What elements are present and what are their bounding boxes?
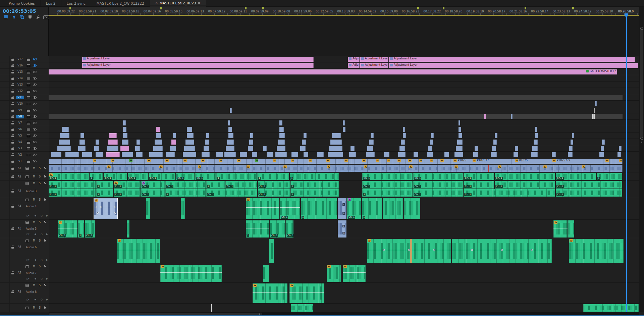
sequence-tab-master-eps-2-cw-012222[interactable]: MASTER Eps 2_CW 012222	[91, 0, 150, 6]
audio-clip[interactable]: Ch. 1	[464, 173, 494, 180]
video-clip[interactable]	[493, 140, 497, 145]
video-clip[interactable]	[149, 152, 163, 157]
track-name-v15[interactable]: V15	[16, 70, 24, 74]
audio-clip[interactable]	[146, 198, 150, 219]
source-patch-icon[interactable]	[27, 58, 30, 61]
toggle-track-output-eye-icon[interactable]	[33, 128, 37, 130]
track-lock-icon[interactable]	[11, 77, 14, 80]
nested-sequence-insert-icon[interactable]	[3, 15, 8, 19]
keyframe-line[interactable]	[95, 207, 117, 207]
fx-badge[interactable]: fx	[159, 165, 163, 168]
mute-button[interactable]: M	[33, 284, 35, 287]
track-lock-icon[interactable]	[11, 70, 14, 73]
video-clip[interactable]	[187, 133, 194, 138]
previous-keyframe-button[interactable]: ◀	[34, 277, 36, 280]
voiceover-record-mic-icon[interactable]	[44, 306, 46, 309]
video-clip[interactable]	[454, 152, 463, 157]
audio-clip[interactable]: 1	[216, 173, 257, 180]
audio-clip[interactable]: 1	[206, 181, 225, 189]
track-lock-icon[interactable]	[11, 167, 14, 170]
voiceover-record-mic-icon[interactable]	[44, 175, 46, 178]
fx-badge[interactable]: fx	[111, 159, 114, 162]
video-clip[interactable]	[185, 140, 194, 145]
video-clip[interactable]	[401, 140, 405, 145]
track-name-v5[interactable]: V5	[16, 134, 24, 138]
video-clip[interactable]	[343, 127, 345, 132]
fx-badge[interactable]: fx	[147, 159, 151, 162]
vertical-scroll-handle-top[interactable]	[640, 27, 643, 30]
adjustment-layer-clip[interactable]	[484, 114, 486, 119]
video-clip[interactable]	[206, 133, 209, 138]
audio-clip[interactable]: Ch. 1	[195, 173, 216, 180]
video-clip[interactable]	[514, 152, 518, 157]
track-lock-icon[interactable]	[11, 90, 14, 93]
next-keyframe-button[interactable]: ▶	[46, 233, 48, 236]
video-clip[interactable]	[427, 152, 433, 157]
add-marker-icon[interactable]	[28, 15, 33, 19]
audio-clip[interactable]: Ch. 1	[362, 173, 413, 180]
video-clip[interactable]	[367, 146, 373, 151]
audio-clip[interactable]	[127, 220, 129, 238]
video-clip[interactable]	[329, 146, 342, 151]
audio-clip[interactable]	[583, 304, 639, 312]
track-name-v11[interactable]: V11	[16, 96, 24, 99]
audio-clip[interactable]: Ch. 1	[176, 173, 195, 180]
snap-magnet-icon[interactable]: ∩	[11, 15, 16, 19]
audio-clip[interactable]: Ch. 1	[141, 189, 165, 197]
keyframe-dot[interactable]	[383, 249, 385, 251]
source-patch-icon[interactable]	[25, 175, 29, 178]
track-name-v2[interactable]: V2	[16, 153, 24, 157]
video-clip[interactable]	[153, 146, 163, 151]
track-lock-icon[interactable]	[11, 190, 14, 193]
video-clip[interactable]	[430, 140, 433, 145]
video-clip[interactable]	[279, 127, 284, 132]
adjustment-layer-clip[interactable]: Adju	[348, 63, 360, 68]
adjustment-layer-clip[interactable]: Adju	[348, 57, 360, 62]
voiceover-record-mic-icon[interactable]	[44, 284, 46, 287]
mute-button[interactable]: M	[33, 182, 35, 185]
video-clip[interactable]	[226, 146, 234, 151]
video-clip[interactable]	[249, 140, 253, 145]
video-clip[interactable]	[279, 120, 282, 125]
video-clip[interactable]	[459, 127, 461, 132]
source-patch-icon[interactable]	[27, 115, 30, 118]
horizontal-scroll-thumb[interactable]	[49, 313, 262, 315]
video-clip[interactable]	[403, 127, 405, 132]
video-clip[interactable]	[170, 146, 176, 151]
fx-badge[interactable]: fx	[114, 181, 118, 185]
video-clip[interactable]	[568, 152, 573, 157]
source-patch-icon[interactable]	[27, 154, 30, 156]
toggle-track-output-eye-icon[interactable]	[33, 135, 37, 137]
keyframe-line[interactable]	[95, 213, 117, 213]
audio-clip[interactable]: 1	[96, 189, 113, 197]
adjustment-layer-clip[interactable]	[109, 133, 117, 138]
video-clip[interactable]	[263, 146, 267, 151]
voiceover-record-mic-icon[interactable]	[44, 198, 46, 201]
video-clip[interactable]	[535, 127, 537, 132]
next-keyframe-button[interactable]: ▶	[46, 214, 48, 217]
source-patch-icon[interactable]	[25, 167, 29, 170]
voiceover-record-mic-icon[interactable]	[44, 239, 46, 242]
audio-clip[interactable]	[383, 198, 403, 219]
volume-rubber-band[interactable]	[452, 250, 552, 250]
video-clip[interactable]	[594, 114, 595, 119]
toggle-track-output-eye-icon[interactable]	[33, 122, 37, 124]
track-lock-icon[interactable]	[11, 175, 14, 178]
adjustment-layer-clip[interactable]: Adjustment Layer	[360, 57, 388, 62]
toggle-track-output-eye-icon[interactable]	[33, 115, 37, 118]
fx-badge[interactable]: fx	[247, 198, 250, 201]
fx-badge[interactable]: fx	[554, 221, 557, 224]
video-clip[interactable]	[384, 152, 389, 157]
video-clip[interactable]	[330, 140, 342, 145]
next-keyframe-button[interactable]: ▶	[46, 298, 48, 301]
solo-button[interactable]: S	[39, 198, 41, 201]
audio-clip[interactable]: fxCh. 1	[58, 220, 77, 238]
audio-clip[interactable]: fx	[343, 265, 366, 282]
tab-menu-icon[interactable]: ≡	[198, 1, 200, 5]
linked-selection-icon[interactable]	[19, 15, 24, 19]
video-clip[interactable]	[291, 152, 298, 157]
audio-clip[interactable]: Ch. 1	[206, 189, 257, 197]
audio-clip[interactable]: 1	[246, 220, 269, 238]
volume-rubber-band[interactable]	[246, 228, 269, 228]
audio-clip[interactable]: Ch. 1	[165, 181, 206, 189]
